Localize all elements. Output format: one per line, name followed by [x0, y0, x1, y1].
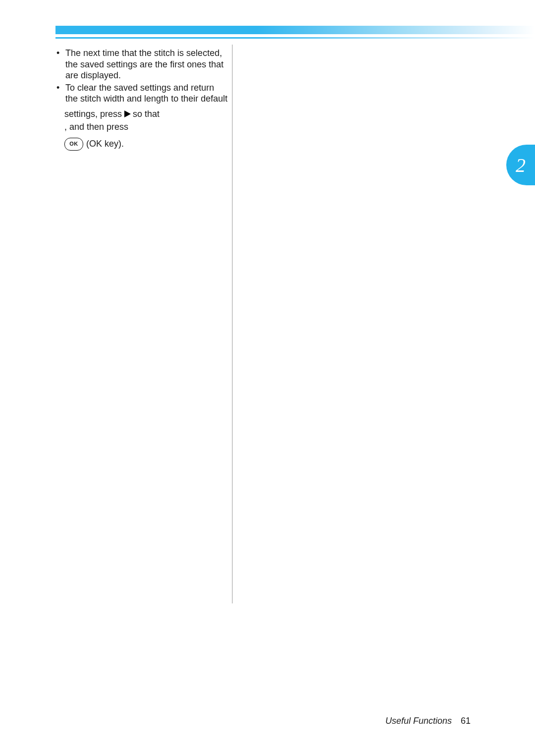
- bullet-item-2: • To clear the saved settings and return…: [55, 82, 228, 105]
- page: • The next time that the stitch is selec…: [0, 0, 535, 756]
- ok-key-icon-label: OK: [69, 141, 78, 148]
- ok-key-icon: OK: [64, 138, 83, 151]
- column-divider: [232, 45, 233, 603]
- inline-instruction-row-2: OK (OK key).: [55, 138, 228, 151]
- chapter-tab: 2: [506, 145, 535, 185]
- bullet-dot: •: [55, 48, 65, 81]
- text-so-that: so that: [133, 108, 160, 120]
- text-and-then-press: , and then press: [64, 121, 128, 133]
- chapter-number: 2: [516, 154, 526, 177]
- text-ok-key: (OK key).: [86, 138, 124, 150]
- header-bar-thick: [55, 26, 535, 34]
- inline-instruction-row-1: settings, press so that , and then press: [55, 108, 228, 133]
- right-triangle-icon: [123, 110, 131, 118]
- header-bar-thin: [55, 37, 535, 39]
- content-column: • The next time that the stitch is selec…: [55, 48, 228, 151]
- footer-page-number: 61: [461, 716, 471, 726]
- bullet-text: The next time that the stitch is selecte…: [65, 48, 228, 81]
- bullet-dot: •: [55, 82, 65, 105]
- footer-title: Useful Functions: [385, 716, 452, 726]
- text-settings-press: settings, press: [64, 108, 122, 120]
- svg-marker-0: [124, 110, 131, 117]
- page-footer: Useful Functions 61: [385, 716, 471, 726]
- bullet-text: To clear the saved settings and return t…: [65, 82, 228, 105]
- bullet-item-1: • The next time that the stitch is selec…: [55, 48, 228, 81]
